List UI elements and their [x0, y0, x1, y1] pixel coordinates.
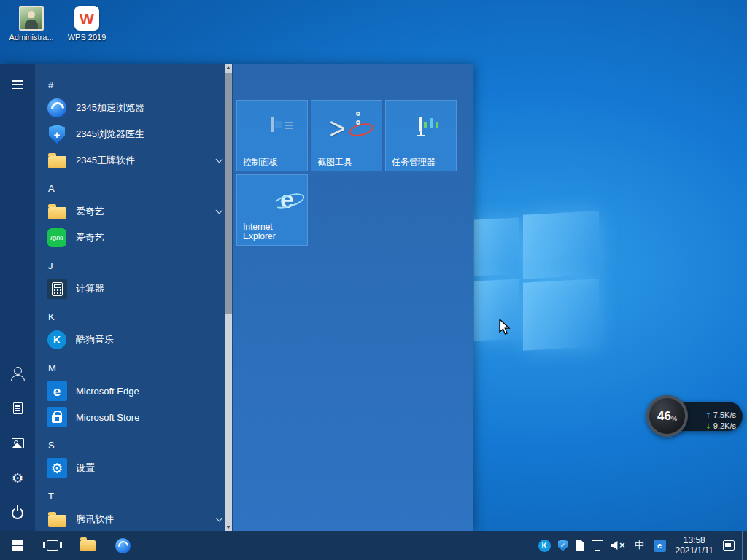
start-tiles-panel: 控制面板 截图工具 任务管理器: [233, 64, 473, 531]
kugou-tray-icon[interactable]: K: [538, 540, 551, 552]
action-center-button[interactable]: [723, 540, 735, 551]
app-folder-iqiyi[interactable]: 爱奇艺: [35, 198, 233, 225]
network-speed-widget[interactable]: ↑ 7.5K/s ↓ 9.2K/s 46 %: [646, 395, 743, 438]
desktop-icon-wps-2019[interactable]: W WPS 2019: [60, 6, 114, 42]
document-tray-icon[interactable]: [576, 540, 584, 551]
mute-x-icon: ×: [619, 540, 625, 550]
scroll-up-icon[interactable]: [225, 64, 232, 72]
chevron-down-icon[interactable]: [216, 156, 223, 163]
taskbar-clock[interactable]: 13:58 2021/1/11: [676, 535, 714, 556]
kugou-icon: K: [47, 330, 67, 350]
download-speed-value: 9.2K/s: [713, 422, 736, 430]
2345-browser-icon: [115, 538, 131, 553]
app-section-header[interactable]: K: [35, 306, 233, 327]
app-item-microsoft-edge[interactable]: e Microsoft Edge: [35, 378, 233, 404]
expand-menu-button[interactable]: [0, 67, 35, 102]
speaker-icon: [611, 541, 619, 550]
app-item-label: Microsoft Store: [76, 412, 139, 423]
windows-logo-icon: [12, 540, 23, 551]
app-item-label: 设置: [76, 462, 95, 475]
power-button[interactable]: [0, 496, 35, 531]
edge-letter: e: [53, 384, 61, 398]
app-item-2345-doctor[interactable]: + 2345浏览器医生: [35, 121, 233, 147]
iqiyi-wordmark: iQIYI: [50, 236, 63, 241]
app-section-header[interactable]: T: [35, 486, 233, 506]
app-item-label: 爱奇艺: [76, 205, 104, 218]
taskbar: K ✓ × 中 e 13:58 2021/1/11: [0, 531, 747, 560]
scroll-down-icon[interactable]: [225, 523, 232, 531]
action-center-icon: [723, 540, 735, 551]
app-section-header[interactable]: J: [35, 255, 233, 276]
app-item-label: Microsoft Edge: [76, 386, 139, 397]
2345-browser-icon: [47, 98, 67, 118]
app-folder-tencent[interactable]: 腾讯软件: [35, 506, 233, 531]
pictures-button[interactable]: [0, 426, 35, 461]
browser-e-tray-icon[interactable]: e: [654, 540, 666, 552]
browser-2345-taskbar-button[interactable]: [105, 531, 140, 560]
folder-icon: [47, 201, 67, 222]
app-rows: # 2345加速浏览器 + 2345浏览器医生 2345王牌软件 A: [35, 74, 233, 531]
desktop-icon-administrator[interactable]: Administra...: [4, 6, 58, 42]
folder-icon: [80, 540, 96, 551]
tile-label: 控制面板: [243, 158, 278, 167]
tile-label: 截图工具: [317, 158, 352, 167]
tile-label: Internet Explorer: [243, 222, 304, 241]
clock-time: 13:58: [684, 535, 705, 545]
volume-muted-tray-icon[interactable]: ×: [611, 540, 626, 551]
download-arrow-icon: ↓: [705, 422, 711, 430]
app-item-settings[interactable]: ⚙ 设置: [35, 455, 233, 481]
app-item-label: 酷狗音乐: [76, 333, 114, 346]
app-item-calculator[interactable]: 计算器: [35, 276, 233, 302]
tile-control-panel[interactable]: 控制面板: [236, 100, 308, 171]
settings-icon: ⚙: [47, 458, 67, 478]
documents-button[interactable]: [0, 391, 35, 426]
upload-speed-row: ↑ 7.5K/s: [705, 411, 736, 419]
app-section-header[interactable]: M: [35, 357, 233, 378]
iqiyi-icon: iQIYI: [47, 228, 67, 248]
network-tray-icon[interactable]: [592, 540, 603, 548]
logo-pane: [474, 217, 519, 276]
start-button[interactable]: [0, 531, 35, 560]
task-view-button[interactable]: [35, 531, 70, 560]
app-item-label: 爱奇艺: [76, 231, 104, 244]
rail-bottom-group: ⚙: [0, 356, 35, 531]
folder-icon: [47, 509, 67, 529]
app-section-header[interactable]: #: [35, 74, 233, 95]
logo-pane: [523, 279, 599, 350]
percent-sign: %: [671, 415, 677, 422]
system-tray: K ✓ × 中 e 13:58 2021/1/11: [538, 531, 747, 560]
tile-internet-explorer[interactable]: e Internet Explorer: [236, 174, 308, 246]
app-list-scrollbar[interactable]: [225, 64, 232, 531]
app-item-kugou[interactable]: K 酷狗音乐: [35, 327, 233, 353]
desktop-icon-label: WPS 2019: [68, 33, 107, 42]
download-speed-row: ↓ 9.2K/s: [705, 422, 736, 430]
app-section-header[interactable]: A: [35, 178, 233, 198]
security-shield-tray-icon[interactable]: ✓: [558, 540, 568, 551]
chevron-down-icon[interactable]: [216, 515, 223, 522]
app-section-header[interactable]: S: [35, 435, 233, 455]
chevron-down-icon[interactable]: [216, 207, 223, 214]
user-photo-icon: [19, 6, 44, 31]
ime-language-indicator[interactable]: 中: [633, 539, 646, 552]
settings-button[interactable]: ⚙: [0, 461, 35, 496]
tile-snipping-tool[interactable]: 截图工具: [311, 100, 382, 171]
desktop-icon-label: Administra...: [9, 33, 53, 42]
app-item-iqiyi[interactable]: iQIYI 爱奇艺: [35, 225, 233, 251]
user-account-button[interactable]: [0, 356, 35, 391]
show-desktop-button[interactable]: [742, 531, 746, 560]
app-item-microsoft-store[interactable]: Microsoft Store: [35, 404, 233, 430]
app-item-2345-browser[interactable]: 2345加速浏览器: [35, 95, 233, 121]
edge-icon: e: [47, 381, 67, 401]
app-folder-2345-suite[interactable]: 2345王牌软件: [35, 147, 233, 174]
wps-letter: W: [80, 11, 94, 26]
wps-icon: W: [74, 6, 99, 31]
store-icon: [47, 407, 67, 427]
calculator-icon: [47, 279, 67, 299]
app-item-label: 腾讯软件: [76, 513, 114, 526]
tile-task-manager[interactable]: 任务管理器: [385, 100, 457, 171]
scrollbar-thumb[interactable]: [225, 73, 232, 314]
folder-icon: [47, 150, 67, 171]
file-explorer-button[interactable]: [70, 531, 105, 560]
power-icon: [12, 508, 23, 519]
speed-ball[interactable]: 46 %: [646, 395, 688, 437]
